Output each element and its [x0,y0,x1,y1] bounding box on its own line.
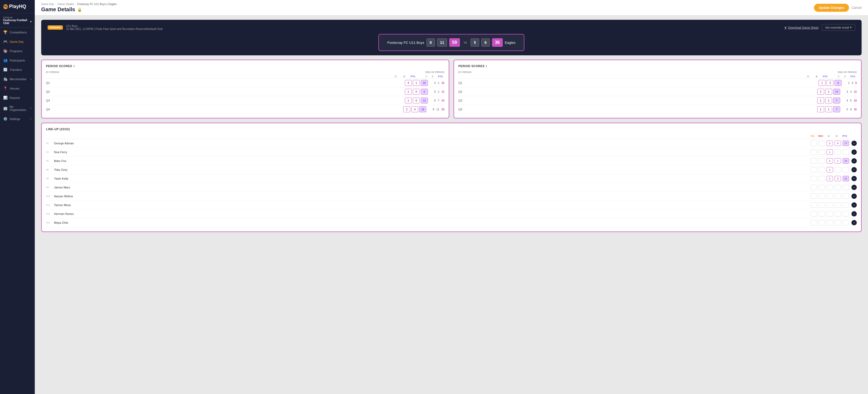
set-override-result-button[interactable]: Set override result ▾ [822,24,855,31]
behinds-input[interactable] [835,185,841,190]
period-behinds-input[interactable] [825,98,832,103]
sidebar-item-venues[interactable]: 📍 Venues [0,84,35,93]
red-card-input[interactable] [818,202,825,208]
pts-input[interactable] [843,194,849,199]
pts-input[interactable] [843,150,849,155]
pts-input[interactable] [843,202,849,208]
download-game-sheet-button[interactable]: ▼ Download Game Sheet [784,26,818,29]
red-card-input[interactable] [818,158,825,164]
yellow-card-input[interactable] [810,185,817,190]
pts-input[interactable] [843,185,849,190]
period-behinds-input[interactable] [413,98,420,103]
period-goals-input[interactable] [817,98,824,103]
remove-player-button[interactable]: − [851,158,857,164]
sidebar-item-competitions[interactable]: 🏆 Competitions [0,28,35,37]
period-pts-input[interactable] [833,98,840,103]
period-goals-input[interactable] [818,80,826,86]
red-card-input[interactable] [818,150,825,155]
yellow-card-input[interactable] [810,167,817,172]
sidebar-item-merchandise[interactable]: 🛍️ Merchandise + [0,74,35,84]
period-pts-input[interactable] [419,106,426,112]
update-changes-button[interactable]: Update Changes [814,4,849,12]
sidebar-item-participants[interactable]: 👥 Participants [0,56,35,65]
sidebar-item-reports[interactable]: 📊 Reports [0,93,35,102]
remove-player-button[interactable]: − [851,150,857,155]
club-name[interactable]: Footscray Football Club ▾ [3,19,32,25]
yellow-card-input[interactable] [810,220,817,225]
remove-player-button[interactable]: − [851,167,857,172]
goals-input[interactable] [827,211,833,217]
period-goals-input[interactable] [405,80,412,86]
sidebar-item-transfers[interactable]: 🔄 Transfers [0,65,35,74]
period-pts-input[interactable] [833,106,840,112]
sidebar-item-programs[interactable]: 📚 Programs [0,46,35,56]
period-pts-input[interactable] [835,80,841,86]
behinds-input[interactable] [835,150,841,155]
period-behinds-input[interactable] [825,89,832,95]
behinds-input[interactable] [835,211,841,217]
behinds-input[interactable] [835,176,841,181]
red-card-input[interactable] [818,194,825,199]
pts-input[interactable] [843,176,849,181]
goals-input[interactable] [827,150,833,155]
remove-player-button[interactable]: − [851,220,857,225]
cancel-button[interactable]: Cancel [852,6,862,10]
home-behinds[interactable]: 11 [437,38,447,46]
goals-input[interactable] [827,185,833,190]
period-goals-input[interactable] [403,106,410,112]
behinds-input[interactable] [835,158,841,164]
goals-input[interactable] [827,141,833,146]
pts-input[interactable] [843,211,849,217]
period-goals-input[interactable] [405,89,412,95]
goals-input[interactable] [827,176,833,181]
remove-player-button[interactable]: − [851,211,857,217]
period-behinds-input[interactable] [827,80,834,86]
period-goals-input[interactable] [817,89,824,95]
goals-input[interactable] [827,220,833,225]
behinds-input[interactable] [835,141,841,146]
behinds-input[interactable] [835,194,841,199]
sidebar-item-settings[interactable]: ⚙️ Settings + [0,114,35,124]
yellow-card-input[interactable] [810,141,817,146]
red-card-input[interactable] [818,141,825,146]
period-behinds-input[interactable] [413,80,420,86]
away-behinds[interactable]: 6 [481,38,490,46]
sidebar-item-my-organisation[interactable]: 🏢 My Organisation + [0,102,35,114]
behinds-input[interactable] [835,167,841,172]
period-behinds-input[interactable] [411,106,418,112]
red-card-input[interactable] [818,220,825,225]
remove-player-button[interactable]: − [851,202,857,208]
remove-player-button[interactable]: − [851,176,857,181]
goals-input[interactable] [827,202,833,208]
yellow-card-input[interactable] [810,176,817,181]
period-goals-input[interactable] [817,106,824,112]
period-pts-input[interactable] [421,80,428,86]
pts-input[interactable] [843,158,849,164]
remove-player-button[interactable]: − [851,194,857,199]
behinds-input[interactable] [835,220,841,225]
period-behinds-input[interactable] [825,106,832,112]
period-pts-input[interactable] [421,89,428,95]
pts-input[interactable] [843,167,849,172]
behinds-input[interactable] [835,202,841,208]
yellow-card-input[interactable] [810,158,817,164]
remove-player-button[interactable]: − [851,185,857,190]
period-behinds-input[interactable] [413,89,420,95]
goals-input[interactable] [827,167,833,172]
period-pts-input[interactable] [833,89,840,95]
red-card-input[interactable] [818,176,825,181]
sidebar-item-game-day[interactable]: 🎮 Game Day [0,37,35,46]
yellow-card-input[interactable] [810,211,817,217]
yellow-card-input[interactable] [810,194,817,199]
away-goals[interactable]: 5 [471,38,479,46]
period-pts-input[interactable] [421,98,428,103]
yellow-card-input[interactable] [810,202,817,208]
pts-input[interactable] [843,220,849,225]
goals-input[interactable] [827,194,833,199]
pts-input[interactable] [843,141,849,146]
yellow-card-input[interactable] [810,150,817,155]
period-goals-input[interactable] [405,98,412,103]
remove-player-button[interactable]: − [851,141,857,146]
red-card-input[interactable] [818,167,825,172]
home-goals[interactable]: 8 [427,38,435,46]
